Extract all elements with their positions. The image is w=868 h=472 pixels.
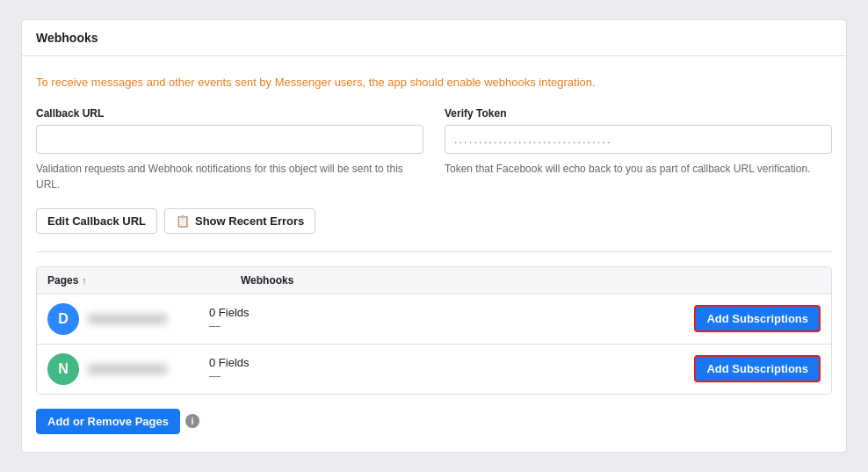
helper-text-row: Validation requests and Webhook notifica… <box>36 161 832 192</box>
webhooks-column-header: Webhooks <box>241 274 821 287</box>
add-remove-pages-button[interactable]: Add or Remove Pages <box>36 409 180 434</box>
bottom-actions: Add or Remove Pages i <box>36 409 832 434</box>
info-icon[interactable]: i <box>185 414 199 428</box>
callback-url-input[interactable] <box>36 125 423 154</box>
callback-url-group: Callback URL <box>36 107 423 154</box>
fields-dash-1: — <box>209 319 694 332</box>
webhooks-card: Webhooks To receive messages and other e… <box>21 19 847 453</box>
fields-label-1: 0 Fields <box>209 306 694 319</box>
callback-url-helper: Validation requests and Webhook notifica… <box>36 161 423 192</box>
verify-token-label: Verify Token <box>445 107 832 120</box>
avatar-1: D <box>47 303 79 335</box>
table-row: N 0 Fields — Add Subscriptions <box>37 345 831 394</box>
show-errors-label: Show Recent Errors <box>195 214 304 228</box>
avatar-2: N <box>47 353 79 385</box>
webhooks-info-1: 0 Fields — <box>209 306 694 332</box>
table-header: Pages ↑ Webhooks <box>37 267 831 294</box>
verify-token-helper: Token that Facebook will echo back to yo… <box>445 161 832 192</box>
pages-column-header: Pages ↑ <box>47 274 241 287</box>
add-subscriptions-button-2[interactable]: Add Subscriptions <box>694 355 821 382</box>
fields-dash-2: — <box>209 369 694 382</box>
action-col-1: Add Subscriptions <box>694 305 821 332</box>
verify-token-group: Verify Token <box>445 107 832 154</box>
page-name-blurred-2 <box>88 364 167 374</box>
webhooks-info-2: 0 Fields — <box>209 356 694 382</box>
callback-url-label: Callback URL <box>36 107 423 120</box>
card-title: Webhooks <box>22 20 846 56</box>
sort-icon: ↑ <box>82 275 87 286</box>
info-text: To receive messages and other events sen… <box>36 74 832 91</box>
table-row: D 0 Fields — Add Subscriptions <box>37 294 831 345</box>
card-body: To receive messages and other events sen… <box>22 56 846 452</box>
fields-label-2: 0 Fields <box>209 356 694 369</box>
pages-table: Pages ↑ Webhooks D 0 Fields — Add Subscr… <box>36 266 832 395</box>
show-recent-errors-button[interactable]: 📋 Show Recent Errors <box>164 208 315 234</box>
section-divider <box>36 251 832 252</box>
edit-callback-url-button[interactable]: Edit Callback URL <box>36 208 157 234</box>
page-name-col-2: N <box>47 353 209 385</box>
action-col-2: Add Subscriptions <box>694 355 821 382</box>
form-row: Callback URL Verify Token <box>36 107 832 154</box>
clipboard-icon: 📋 <box>176 214 190 228</box>
page-name-blurred-1 <box>88 314 167 324</box>
page-name-col-1: D <box>47 303 209 335</box>
action-buttons: Edit Callback URL 📋 Show Recent Errors <box>36 208 832 234</box>
add-subscriptions-button-1[interactable]: Add Subscriptions <box>694 305 821 332</box>
verify-token-input[interactable] <box>445 125 832 154</box>
